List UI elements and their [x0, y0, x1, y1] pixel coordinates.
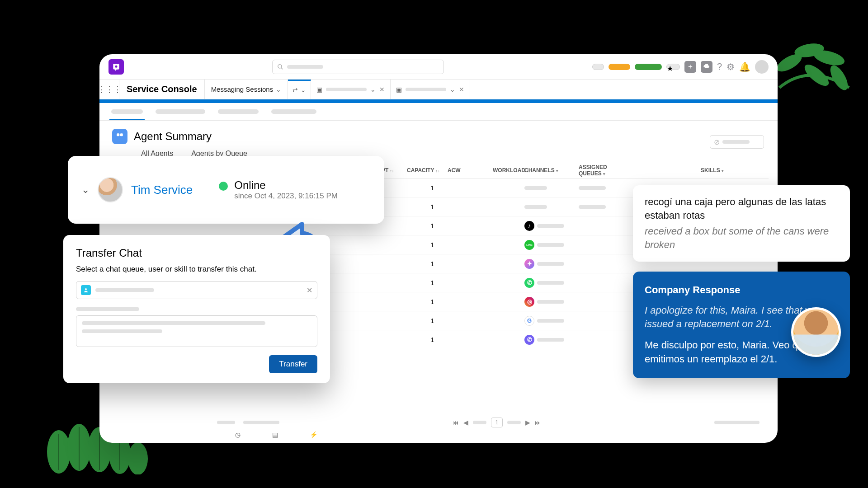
- response-header: Company Response: [645, 283, 838, 297]
- search-icon: [277, 64, 283, 70]
- status-pill-green: [635, 64, 662, 70]
- agent-status-card: ⌄ Tim Service Online since Oct 4, 2023, …: [68, 156, 384, 224]
- pager-prev-icon[interactable]: ◀: [463, 419, 468, 426]
- close-icon[interactable]: ✕: [379, 86, 385, 93]
- svg-rect-17: [117, 133, 119, 136]
- pager-last-icon[interactable]: ⏭: [535, 419, 541, 426]
- app-name: Service Console: [119, 80, 205, 99]
- svg-point-19: [85, 288, 87, 290]
- macros-icon[interactable]: ⚡: [310, 431, 317, 438]
- utility-bar: ◷ ▤ ⚡: [235, 428, 317, 441]
- incoming-original-text: recogí una caja pero algunas de las lata…: [645, 195, 838, 222]
- svg-rect-18: [120, 133, 123, 136]
- notes-icon[interactable]: ▤: [272, 431, 278, 438]
- modal-description: Select a chat queue, user or skill to tr…: [76, 265, 317, 274]
- chevron-down-icon: ⌄: [276, 86, 281, 93]
- clear-icon: ⊘: [714, 138, 720, 146]
- nav-item-omni-supervisor[interactable]: ⇄ ⌄: [288, 80, 311, 99]
- salesforce-cloud-icon[interactable]: [701, 61, 712, 73]
- tiktok-icon: ♪: [524, 221, 534, 231]
- page-tab[interactable]: [156, 109, 205, 114]
- clear-icon[interactable]: ✕: [307, 286, 312, 295]
- page-tab[interactable]: [271, 109, 316, 114]
- user-icon: [81, 285, 91, 295]
- section-header: Agent Summary: [99, 121, 778, 144]
- pager-first-icon[interactable]: ⏮: [453, 419, 459, 426]
- section-title: Agent Summary: [134, 130, 212, 143]
- global-search[interactable]: [272, 60, 444, 74]
- presence-since: since Oct 4, 2023, 9:16:15 PM: [234, 192, 338, 201]
- page-tabs: [99, 103, 778, 121]
- page-tab[interactable]: [111, 109, 143, 114]
- agent-summary-icon: [112, 129, 127, 144]
- instagram-icon: ◎: [524, 297, 534, 307]
- messenger-icon: ✦: [524, 259, 534, 269]
- notifications-icon[interactable]: 🔔: [739, 61, 750, 72]
- modal-title: Transfer Chat: [76, 247, 317, 259]
- incoming-message: recogí una caja pero algunas de las lata…: [633, 185, 850, 262]
- nav-item-messaging-sessions[interactable]: Messaging Sessions⌄: [205, 80, 288, 99]
- settings-icon[interactable]: ⚙: [726, 61, 735, 72]
- status-pill-orange: [609, 64, 630, 70]
- incoming-translation-text: received a box but some of the cans were…: [645, 225, 838, 251]
- google-icon: G: [524, 316, 534, 326]
- presence-status: Online: [234, 179, 338, 192]
- transfer-chat-modal: Transfer Chat Select a chat queue, user …: [63, 235, 330, 383]
- chevron-down-icon: ⌄: [301, 86, 306, 94]
- presence-indicator: [219, 182, 228, 191]
- agent-name[interactable]: Tim Service: [131, 183, 193, 197]
- accent-band: [99, 99, 778, 103]
- filter-button[interactable]: ⊘: [710, 135, 764, 149]
- whatsapp-icon: ✆: [524, 278, 534, 288]
- workspace-tab[interactable]: ▣ ⌄ ✕: [311, 80, 391, 99]
- svg-point-15: [278, 64, 282, 68]
- chevron-down-icon: ⌄: [450, 86, 455, 93]
- help-icon[interactable]: ?: [717, 61, 722, 72]
- app-nav: ⋮⋮⋮ Service Console Messaging Sessions⌄ …: [99, 80, 778, 99]
- line-icon: LINE: [524, 240, 534, 250]
- page-tab[interactable]: [218, 109, 259, 114]
- product-logo: [108, 59, 124, 75]
- chevron-down-icon[interactable]: ⌄: [81, 184, 90, 196]
- record-icon: ▣: [316, 86, 322, 93]
- page-number[interactable]: 1: [491, 418, 503, 427]
- history-icon[interactable]: ◷: [235, 431, 241, 438]
- record-icon: ▣: [396, 86, 402, 93]
- add-icon[interactable]: ＋: [684, 61, 696, 73]
- global-header: ★ ＋ ? ⚙ 🔔: [99, 54, 778, 80]
- close-icon[interactable]: ✕: [459, 86, 464, 93]
- pager-next-icon[interactable]: ▶: [525, 419, 530, 426]
- app-launcher-icon[interactable]: ⋮⋮⋮: [99, 80, 119, 99]
- status-pill: [592, 64, 604, 70]
- svg-line-16: [281, 67, 283, 69]
- favorite-toggle[interactable]: ★: [666, 64, 680, 70]
- agent-photo: [98, 177, 123, 202]
- transfer-button[interactable]: Transfer: [269, 355, 317, 373]
- svg-point-9: [128, 442, 148, 474]
- transfer-message-input[interactable]: [76, 315, 317, 347]
- transfer-target-input[interactable]: ✕: [76, 281, 317, 299]
- pagination-bar: ⏮ ◀ 1 ▶ ⏭: [217, 416, 760, 429]
- user-avatar[interactable]: [755, 60, 769, 74]
- svg-point-14: [115, 65, 118, 67]
- supervisor-icon: ⇄: [292, 86, 298, 94]
- workspace-tab[interactable]: ▣ ⌄ ✕: [391, 80, 470, 99]
- responder-avatar: [791, 307, 841, 357]
- chevron-down-icon: ⌄: [370, 86, 376, 93]
- viber-icon: ✆: [524, 335, 534, 345]
